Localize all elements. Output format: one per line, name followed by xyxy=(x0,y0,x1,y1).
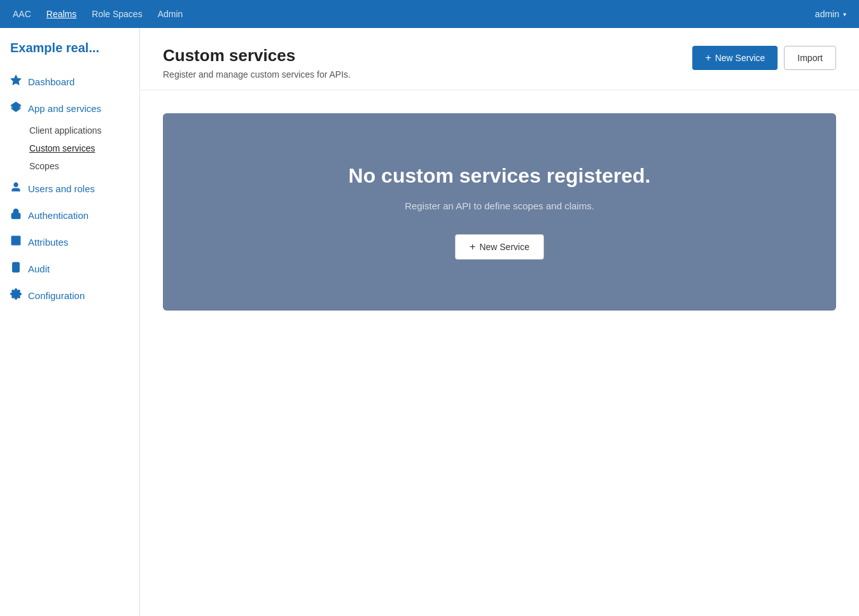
sidebar-app-services-label: App and services xyxy=(28,103,101,114)
sidebar-item-attributes[interactable]: Attributes xyxy=(0,228,139,255)
empty-plus-icon: + xyxy=(470,241,475,253)
sidebar-audit-label: Audit xyxy=(28,263,50,274)
sidebar-item-authentication[interactable]: Authentication xyxy=(0,202,139,228)
lock-icon xyxy=(10,208,22,222)
empty-state-subtitle: Register an API to define scopes and cla… xyxy=(405,200,594,211)
new-service-button[interactable]: + New Service xyxy=(692,46,778,70)
sidebar: Example real... Dashboard App and servic… xyxy=(0,28,140,616)
gear-icon xyxy=(10,288,22,302)
table-icon xyxy=(10,235,22,249)
page-title: Custom services xyxy=(163,46,351,66)
sidebar-dashboard-label: Dashboard xyxy=(28,76,74,87)
page-subtitle: Register and manage custom services for … xyxy=(163,69,351,80)
sidebar-item-users-and-roles[interactable]: Users and roles xyxy=(0,175,139,202)
topnav-realms[interactable]: Realms xyxy=(46,9,76,19)
sidebar-attributes-label: Attributes xyxy=(28,237,68,248)
empty-state-new-service-button[interactable]: + New Service xyxy=(455,234,544,260)
svg-marker-0 xyxy=(11,76,21,85)
empty-state-title: No custom services registered. xyxy=(349,164,651,188)
page-header: Custom services Register and manage cust… xyxy=(140,28,859,90)
sidebar-sub-custom-services[interactable]: Custom services xyxy=(0,139,139,157)
main-body: No custom services registered. Register … xyxy=(140,90,859,333)
header-actions: + New Service Import xyxy=(692,46,836,70)
main-content: Custom services Register and manage cust… xyxy=(140,28,859,616)
title-block: Custom services Register and manage cust… xyxy=(163,46,351,80)
import-button[interactable]: Import xyxy=(784,46,836,70)
realm-name[interactable]: Example real... xyxy=(0,41,139,68)
topnav-aac[interactable]: AAC xyxy=(13,9,31,19)
sidebar-item-app-and-services[interactable]: App and services xyxy=(0,95,139,122)
svg-rect-3 xyxy=(11,213,20,218)
sidebar-users-roles-label: Users and roles xyxy=(28,183,95,194)
user-menu-chevron: ▾ xyxy=(843,11,846,18)
sidebar-configuration-label: Configuration xyxy=(28,290,85,301)
layers-icon xyxy=(10,101,22,115)
topnav-links: AAC Realms Role Spaces Admin xyxy=(13,9,183,19)
sidebar-item-configuration[interactable]: Configuration xyxy=(0,282,139,309)
sidebar-item-audit[interactable]: Audit xyxy=(0,255,139,282)
user-icon xyxy=(10,181,22,195)
top-navigation: AAC Realms Role Spaces Admin admin ▾ xyxy=(0,0,859,28)
sidebar-item-dashboard[interactable]: Dashboard xyxy=(0,68,139,95)
svg-rect-4 xyxy=(11,236,20,245)
plus-icon: + xyxy=(705,52,711,64)
sidebar-authentication-label: Authentication xyxy=(28,210,88,221)
clipboard-icon xyxy=(10,262,22,276)
topnav-admin[interactable]: Admin xyxy=(158,9,183,19)
empty-new-service-label: New Service xyxy=(479,242,529,252)
empty-state-panel: No custom services registered. Register … xyxy=(163,113,836,311)
main-layout: Example real... Dashboard App and servic… xyxy=(0,28,859,616)
topnav-role-spaces[interactable]: Role Spaces xyxy=(92,9,142,19)
new-service-label: New Service xyxy=(715,53,765,63)
star-icon xyxy=(10,74,22,88)
sidebar-sub-client-applications[interactable]: Client applications xyxy=(0,122,139,139)
user-menu[interactable]: admin ▾ xyxy=(815,9,846,19)
sidebar-sub-scopes[interactable]: Scopes xyxy=(0,157,139,175)
user-label: admin xyxy=(815,9,839,19)
svg-point-2 xyxy=(14,183,18,186)
